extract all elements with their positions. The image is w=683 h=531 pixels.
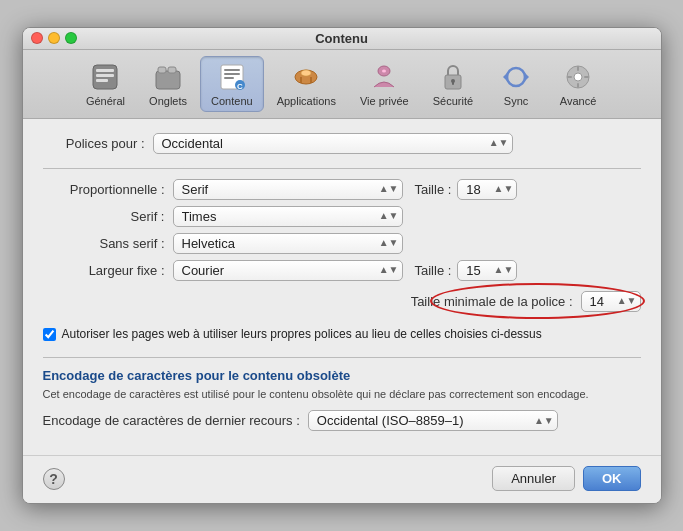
svg-marker-23 <box>503 73 507 81</box>
traffic-lights <box>31 32 77 44</box>
serif-select-wrapper: Times Georgia Palatino ▲▼ <box>173 206 403 227</box>
largeur-fixe-select[interactable]: Courier Monaco Menlo <box>173 260 403 281</box>
encoding-select[interactable]: Occidental (ISO–8859–1) Unicode (UTF-8) … <box>308 410 558 431</box>
svg-rect-10 <box>224 77 234 79</box>
sync-icon <box>500 61 532 93</box>
largeur-fixe-taille-wrapper: 15 12 13 14 16 ▲▼ <box>457 260 517 281</box>
min-font-select[interactable]: 14 9 10 11 12 13 15 16 18 <box>581 291 641 312</box>
polices-row: Polices pour : Occidental Unicode Japona… <box>43 133 641 154</box>
largeur-fixe-label: Largeur fixe : <box>43 263 173 278</box>
svg-point-25 <box>574 73 582 81</box>
svg-rect-26 <box>577 66 579 71</box>
toolbar-item-vie-privee[interactable]: Vie privée <box>349 56 420 112</box>
vie-privee-icon <box>368 61 400 93</box>
font-rows: Proportionnelle : Serif Sans-serif ▲▼ Ta… <box>43 179 641 281</box>
toolbar-item-applications[interactable]: Applications <box>266 56 347 112</box>
toolbar-item-avance[interactable]: Avancé <box>548 56 608 112</box>
font-override-checkbox[interactable] <box>43 328 56 341</box>
largeur-fixe-row: Largeur fixe : Courier Monaco Menlo ▲▼ T… <box>43 260 641 281</box>
proportionnelle-taille-label: Taille : <box>415 182 452 197</box>
close-button[interactable] <box>31 32 43 44</box>
onglets-label: Onglets <box>149 95 187 107</box>
encoding-label: Encodage de caractères de dernier recour… <box>43 413 300 428</box>
onglets-icon <box>152 61 184 93</box>
contenu-label: Contenu <box>211 95 253 107</box>
encoding-title: Encodage de caractères pour le contenu o… <box>43 368 641 383</box>
sans-serif-select-wrapper: Helvetica Arial Verdana ▲▼ <box>173 233 403 254</box>
toolbar-item-sync[interactable]: Sync <box>486 56 546 112</box>
toolbar-item-contenu[interactable]: C Contenu <box>200 56 264 112</box>
polices-label: Polices pour : <box>43 136 153 151</box>
min-font-label: Taille minimale de la police : <box>411 294 573 309</box>
proportionnelle-label: Proportionnelle : <box>43 182 173 197</box>
largeur-fixe-select-wrapper: Courier Monaco Menlo ▲▼ <box>173 260 403 281</box>
svg-rect-21 <box>452 81 454 85</box>
svg-rect-6 <box>168 67 176 73</box>
sans-serif-select[interactable]: Helvetica Arial Verdana <box>173 233 403 254</box>
encoding-section: Encodage de caractères pour le contenu o… <box>43 368 641 431</box>
svg-point-18 <box>382 69 386 72</box>
divider-1 <box>43 168 641 169</box>
checkbox-row: Autoriser les pages web à utiliser leurs… <box>43 326 641 343</box>
main-content: Polices pour : Occidental Unicode Japona… <box>23 119 661 455</box>
font-override-label: Autoriser les pages web à utiliser leurs… <box>62 326 542 343</box>
minimize-button[interactable] <box>48 32 60 44</box>
largeur-fixe-taille-label: Taille : <box>415 263 452 278</box>
help-button[interactable]: ? <box>43 468 65 490</box>
proportionnelle-select-wrapper: Serif Sans-serif ▲▼ <box>173 179 403 200</box>
applications-icon <box>290 61 322 93</box>
serif-label: Serif : <box>43 209 173 224</box>
polices-select-wrapper: Occidental Unicode Japonais ▲▼ <box>153 133 513 154</box>
ok-button[interactable]: OK <box>583 466 641 491</box>
svg-rect-29 <box>584 76 589 78</box>
action-buttons: Annuler OK <box>492 466 640 491</box>
svg-point-14 <box>301 70 311 76</box>
applications-label: Applications <box>277 95 336 107</box>
serif-select[interactable]: Times Georgia Palatino <box>173 206 403 227</box>
vie-privee-label: Vie privée <box>360 95 409 107</box>
toolbar-item-securite[interactable]: Sécurité <box>422 56 484 112</box>
polices-select[interactable]: Occidental Unicode Japonais <box>153 133 513 154</box>
svg-rect-2 <box>96 74 114 77</box>
sans-serif-row: Sans serif : Helvetica Arial Verdana ▲▼ <box>43 233 641 254</box>
sans-serif-label: Sans serif : <box>43 236 173 251</box>
svg-rect-5 <box>158 67 166 73</box>
avance-icon <box>562 61 594 93</box>
maximize-button[interactable] <box>65 32 77 44</box>
svg-rect-1 <box>96 69 114 72</box>
svg-rect-4 <box>156 71 180 89</box>
divider-2 <box>43 357 641 358</box>
titlebar: Contenu <box>23 28 661 50</box>
general-icon <box>89 61 121 93</box>
svg-text:C: C <box>237 82 243 91</box>
bottom-bar: ? Annuler OK <box>23 455 661 503</box>
svg-rect-9 <box>224 73 240 75</box>
proportionnelle-select[interactable]: Serif Sans-serif <box>173 179 403 200</box>
proportionnelle-taille-select[interactable]: 18 14 16 20 <box>457 179 517 200</box>
window-title: Contenu <box>315 31 368 46</box>
encoding-select-wrapper: Occidental (ISO–8859–1) Unicode (UTF-8) … <box>308 410 558 431</box>
encoding-description: Cet encodage de caractères est utilisé p… <box>43 387 641 402</box>
proportionnelle-row: Proportionnelle : Serif Sans-serif ▲▼ Ta… <box>43 179 641 200</box>
window: Contenu Général Onglets C Contenu Applic <box>22 27 662 504</box>
sync-label: Sync <box>504 95 528 107</box>
encoding-row: Encodage de caractères de dernier recour… <box>43 410 641 431</box>
proportionnelle-taille-wrapper: 18 14 16 20 ▲▼ <box>457 179 517 200</box>
svg-rect-28 <box>567 76 572 78</box>
annuler-button[interactable]: Annuler <box>492 466 575 491</box>
toolbar: Général Onglets C Contenu Applications V… <box>23 50 661 119</box>
min-font-select-wrapper: 14 9 10 11 12 13 15 16 18 ▲▼ <box>581 291 641 312</box>
securite-label: Sécurité <box>433 95 473 107</box>
svg-rect-8 <box>224 69 240 71</box>
svg-rect-3 <box>96 79 108 82</box>
svg-rect-27 <box>577 83 579 88</box>
securite-icon <box>437 61 469 93</box>
serif-row: Serif : Times Georgia Palatino ▲▼ <box>43 206 641 227</box>
avance-label: Avancé <box>560 95 597 107</box>
toolbar-item-general[interactable]: Général <box>75 56 136 112</box>
general-label: Général <box>86 95 125 107</box>
contenu-icon: C <box>216 61 248 93</box>
largeur-fixe-taille-select[interactable]: 15 12 13 14 16 <box>457 260 517 281</box>
toolbar-item-onglets[interactable]: Onglets <box>138 56 198 112</box>
